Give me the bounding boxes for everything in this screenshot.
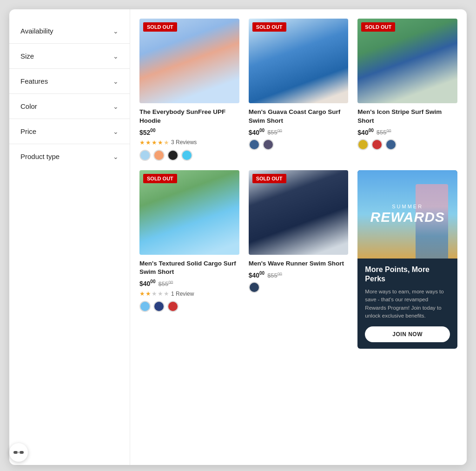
price-current: $4000 [357, 128, 373, 136]
product-card-p4: Sold outMen's Textured Solid Cargo Surf … [139, 170, 239, 349]
chevron-icon: ⌄ [113, 153, 119, 160]
chevron-icon: ⌄ [113, 78, 119, 85]
color-swatch[interactable] [357, 139, 369, 150]
product-name[interactable]: Men's Guava Coast Cargo Surf Swim Short [249, 108, 349, 125]
bottom-icon[interactable] [9, 443, 28, 462]
sold-out-badge: Sold out [143, 22, 177, 32]
color-swatches [139, 150, 239, 161]
star-icon: ★ [164, 139, 169, 146]
price-current: $5200 [139, 128, 155, 136]
rewards-card: Summer REWARDS More Points, More Perks M… [357, 170, 457, 349]
chevron-icon: ⌄ [113, 128, 119, 135]
color-swatches [357, 139, 457, 150]
color-swatch[interactable] [249, 139, 260, 150]
sidebar: Availability ⌄ Size ⌄ Features ⌄ Color ⌄… [9, 9, 130, 465]
sold-out-badge: Sold out [252, 174, 286, 183]
sold-out-badge: Sold out [143, 174, 177, 183]
star-icon: ★ [158, 290, 163, 297]
filter-price[interactable]: Price ⌄ [9, 119, 130, 144]
star-icon: ★ [152, 139, 157, 146]
chevron-icon: ⌄ [113, 27, 119, 35]
rewards-summer-label: Summer [392, 204, 423, 209]
rewards-big-label: REWARDS [370, 209, 444, 225]
main-content: Sold outThe Everybody SunFree UPF Hoodie… [130, 9, 467, 465]
star-icon: ★ [152, 290, 157, 297]
product-image-wrap[interactable]: Sold out [357, 19, 457, 103]
svg-rect-1 [20, 451, 24, 454]
color-swatch[interactable] [139, 150, 151, 161]
product-price-row: $4000$5500 [249, 271, 349, 279]
products-grid: Sold outThe Everybody SunFree UPF Hoodie… [139, 19, 457, 349]
svg-rect-0 [13, 451, 18, 454]
stars: ★★★★★ [139, 139, 169, 146]
color-swatch[interactable] [153, 150, 165, 161]
color-swatches [249, 282, 349, 293]
filter-label-price: Price [20, 127, 36, 135]
join-now-button[interactable]: JOIN NOW [365, 326, 450, 342]
product-image-wrap[interactable]: Sold out [249, 170, 349, 255]
filter-label-color: Color [20, 102, 37, 110]
star-icon: ★ [158, 139, 163, 146]
product-card-p2: Sold outMen's Guava Coast Cargo Surf Swi… [249, 19, 349, 161]
star-icon: ★ [145, 290, 151, 297]
product-price-row: $4000$5500 [357, 128, 457, 136]
color-swatches [139, 301, 239, 312]
color-swatch[interactable] [263, 139, 274, 150]
star-icon: ★ [145, 139, 151, 146]
price-current: $4000 [139, 279, 155, 287]
filter-features[interactable]: Features ⌄ [9, 69, 130, 94]
price-current: $4000 [249, 271, 264, 279]
product-price-row: $5200 [139, 128, 239, 136]
product-image-wrap[interactable]: Sold out [139, 19, 239, 103]
product-image-wrap[interactable]: Sold out [249, 19, 349, 103]
rewards-title: More Points, More Perks [365, 265, 450, 285]
reviews-count: 3 Reviews [171, 139, 197, 146]
product-name[interactable]: Men's Wave Runner Swim Short [249, 259, 349, 268]
price-original: $5500 [267, 272, 282, 279]
sold-out-badge: Sold out [361, 22, 395, 32]
sold-out-badge: Sold out [252, 22, 286, 32]
color-swatch[interactable] [153, 301, 165, 312]
product-card-p3: Sold outMen's Icon Stripe Surf Swim Shor… [357, 19, 457, 161]
product-card-p1: Sold outThe Everybody SunFree UPF Hoodie… [139, 19, 239, 161]
product-name[interactable]: The Everybody SunFree UPF Hoodie [139, 108, 239, 125]
filter-label-features: Features [20, 77, 48, 85]
color-swatch[interactable] [139, 301, 151, 312]
color-swatch[interactable] [167, 150, 178, 161]
star-icon: ★ [139, 139, 145, 146]
filter-label-size: Size [20, 52, 34, 60]
svg-rect-2 [17, 452, 20, 453]
price-original: $5500 [377, 128, 391, 136]
rewards-description: More ways to earn, more ways to save - t… [365, 288, 450, 320]
stars-row: ★★★★★1 Review [139, 290, 239, 297]
product-card-p5: Sold outMen's Wave Runner Swim Short$400… [249, 170, 349, 349]
stars-row: ★★★★★3 Reviews [139, 139, 239, 146]
filter-label-product_type: Product type [20, 153, 60, 160]
filter-product_type[interactable]: Product type ⌄ [9, 144, 130, 169]
product-price-row: $4000$5500 [249, 128, 349, 136]
star-icon: ★ [139, 290, 145, 297]
rewards-body: More Points, More Perks More ways to ear… [357, 259, 457, 349]
price-current: $4000 [249, 128, 264, 136]
product-image-wrap[interactable]: Sold out [139, 170, 239, 255]
color-swatch[interactable] [181, 150, 192, 161]
product-name[interactable]: Men's Textured Solid Cargo Surf Swim Sho… [139, 259, 239, 276]
color-swatches [249, 139, 349, 150]
filter-availability[interactable]: Availability ⌄ [9, 19, 130, 44]
product-price-row: $4000$5500 [139, 279, 239, 287]
color-swatch[interactable] [167, 301, 178, 312]
price-original: $5500 [267, 128, 282, 136]
star-icon: ★ [164, 290, 169, 297]
rewards-image: Summer REWARDS [357, 170, 457, 259]
filter-size[interactable]: Size ⌄ [9, 44, 130, 69]
color-swatch[interactable] [371, 139, 383, 150]
reviews-count: 1 Review [171, 291, 194, 297]
chevron-icon: ⌄ [113, 103, 119, 110]
chevron-icon: ⌄ [113, 53, 119, 60]
color-swatch[interactable] [385, 139, 397, 150]
product-name[interactable]: Men's Icon Stripe Surf Swim Short [357, 108, 457, 125]
color-swatch[interactable] [249, 282, 260, 293]
filter-label-availability: Availability [20, 27, 53, 35]
stars: ★★★★★ [139, 290, 169, 297]
filter-color[interactable]: Color ⌄ [9, 94, 130, 119]
